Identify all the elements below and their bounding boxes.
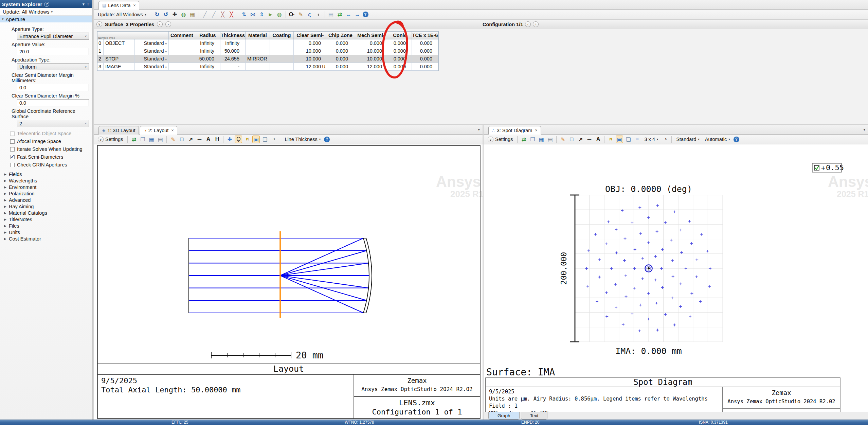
material-cell[interactable] xyxy=(246,47,270,55)
line-icon[interactable]: ─ xyxy=(585,136,593,143)
collapse-icon[interactable]: ▾ xyxy=(83,2,85,6)
column-header-coating[interactable]: Coating xyxy=(270,32,294,39)
insert-object-icon[interactable]: ╳ xyxy=(219,11,227,18)
column-header-clear-semi-dia[interactable]: Clear Semi-Dia xyxy=(294,32,327,39)
column-header-surface-type[interactable]: ◢Surface Type xyxy=(97,32,169,39)
mech-semi-dia-cell[interactable]: 10.000 xyxy=(354,47,388,55)
material-cell[interactable] xyxy=(246,39,270,47)
row-number[interactable]: 0 xyxy=(97,39,104,47)
row-number[interactable]: 1 xyxy=(97,47,104,55)
aperture-type-select[interactable]: Entrance Pupil Diameter˅ xyxy=(17,33,89,40)
height-icon[interactable]: H xyxy=(213,136,221,143)
thickness-cell[interactable]: -24.655 xyxy=(220,55,246,63)
copy-icon[interactable]: ❐ xyxy=(529,136,536,143)
lamp-icon[interactable]: ¤ xyxy=(607,136,614,143)
exchange-icon[interactable]: ⇄ xyxy=(336,11,344,18)
conic-oval-icon[interactable]: O· xyxy=(288,11,296,18)
insert-surface-icon[interactable]: ╱ xyxy=(201,11,209,18)
apodization-type-select[interactable]: Uniform˅ xyxy=(17,63,89,70)
notes-icon[interactable]: ▤ xyxy=(327,11,335,18)
fit-icon[interactable]: ▣ xyxy=(616,136,623,143)
sidebar-item-files[interactable]: ▶Files xyxy=(0,223,92,229)
sidebar-item-advanced[interactable]: ▶Advanced xyxy=(0,197,92,203)
sketch-icon[interactable]: ✎ xyxy=(297,11,305,18)
surface-name[interactable]: OBJECT xyxy=(104,39,135,47)
comment-cell[interactable] xyxy=(169,39,195,47)
material-cell[interactable] xyxy=(246,63,270,71)
refresh-icon[interactable]: ⇄ xyxy=(130,136,138,143)
thickness-cell[interactable]: 50.000 xyxy=(220,47,246,55)
rectangle-icon[interactable]: □ xyxy=(178,136,185,143)
next-surface-button[interactable]: › xyxy=(165,21,171,27)
refresh-icon[interactable]: ⇄ xyxy=(520,136,527,143)
delete-object-icon[interactable]: ╳ xyxy=(228,11,235,18)
coating-cell[interactable] xyxy=(270,47,294,55)
forward-icon[interactable]: → xyxy=(354,11,361,18)
print-icon[interactable]: ▤ xyxy=(157,136,164,143)
column-header-conic[interactable]: Conic xyxy=(388,32,412,39)
tce-cell[interactable]: 0.000 xyxy=(412,47,438,55)
clear-semi-dia-cell[interactable]: 12.000U xyxy=(294,63,327,71)
column-header-comment[interactable]: Comment xyxy=(169,32,195,39)
aperture-swap-icon[interactable]: ⇅ xyxy=(240,11,248,18)
radius-cell[interactable]: Infinity xyxy=(195,47,220,55)
radius-cell[interactable]: -50.000 xyxy=(195,55,220,63)
zoom-icon[interactable]: Ϙ xyxy=(235,136,242,143)
aperture-scale-icon[interactable]: ⇕ xyxy=(258,11,266,18)
material-cell[interactable]: MIRROR xyxy=(246,55,270,63)
close-icon[interactable]: × xyxy=(133,3,135,8)
chip-zone-cell[interactable]: 0.000 xyxy=(327,63,354,71)
sidebar-item-fields[interactable]: ▶Fields xyxy=(0,171,92,177)
arrow-icon[interactable]: ↗ xyxy=(187,136,194,143)
close-icon[interactable]: × xyxy=(171,128,174,133)
layout-canvas[interactable]: Ansys2025 R120 mmLayout9/5/2025Total Axi… xyxy=(94,144,483,420)
coating-cell[interactable] xyxy=(270,63,294,71)
next-config-button[interactable]: › xyxy=(533,21,539,27)
column-header-material[interactable]: Material xyxy=(246,32,270,39)
tab-3d-layout[interactable]: ◈ 1: 3D Layout xyxy=(98,126,139,135)
surface-type-cell[interactable]: Standard▾ xyxy=(135,63,169,71)
sidebar-item-wavelengths[interactable]: ▶Wavelengths xyxy=(0,177,92,184)
chip-zone-cell[interactable]: 0.000 xyxy=(327,47,354,55)
coating-cell[interactable] xyxy=(270,39,294,47)
tce-cell[interactable]: 0.000 xyxy=(412,39,438,47)
sidebar-update-dropdown[interactable]: Update: All Windows ▾ xyxy=(0,8,92,16)
tab-text[interactable]: Text xyxy=(521,412,548,420)
row-number[interactable]: 3 xyxy=(97,63,104,71)
clock-icon[interactable]: ◔ xyxy=(662,136,669,143)
radius-cell[interactable]: Infinity xyxy=(195,63,220,71)
layers-icon[interactable]: ≡ xyxy=(633,136,641,143)
global-ref-surface-select[interactable]: 2˅ xyxy=(17,120,89,127)
tab-spot-diagram[interactable]: ∴ 3: Spot Diagram × xyxy=(488,126,541,135)
tab-lens-data[interactable]: ▤ Lens Data × xyxy=(98,1,139,10)
lens-update-dropdown[interactable]: Update: All Windows ▾ xyxy=(96,11,148,18)
comment-cell[interactable] xyxy=(169,55,195,63)
thickness-cell[interactable]: - xyxy=(220,63,246,71)
sync-config-1-icon[interactable]: ↻ xyxy=(153,11,161,18)
surface-type-cell[interactable]: Standard▾ xyxy=(135,47,169,55)
column-header-tce-x-1e-6[interactable]: TCE x 1E-6 xyxy=(412,32,438,39)
text-icon[interactable]: A xyxy=(594,136,602,143)
sidebar-item-environment[interactable]: ▶Environment xyxy=(0,184,92,190)
coating-cell[interactable] xyxy=(270,55,294,63)
clear-semi-dia-cell[interactable]: 10.000 xyxy=(294,55,327,63)
comment-cell[interactable] xyxy=(169,63,195,71)
radius-cell[interactable]: Infinity xyxy=(195,39,220,47)
windows-icon[interactable]: ❏ xyxy=(261,136,269,143)
lamp-icon[interactable]: ¤ xyxy=(243,136,251,143)
close-icon[interactable]: × xyxy=(535,128,537,133)
mech-semi-dia-cell[interactable]: 10.000 xyxy=(354,55,388,63)
sidebar-item-units[interactable]: ▶Units xyxy=(0,229,92,235)
mech-semi-dia-cell[interactable]: 12.000 xyxy=(354,63,388,71)
tab-graph[interactable]: Graph xyxy=(488,412,520,420)
surface-name[interactable]: IMAGE xyxy=(104,63,135,71)
half-toggle-icon[interactable]: ◖ xyxy=(315,11,322,18)
checkbox-iterate-solves-when-updating[interactable]: Iterate Solves When Updating xyxy=(10,146,92,152)
save-icon[interactable]: ▦ xyxy=(148,136,155,143)
conic-cell[interactable]: 0.000 xyxy=(388,63,412,71)
tce-cell[interactable]: 0.000 xyxy=(412,63,438,71)
lens-data-table[interactable]: ◢Surface TypeCommentRadiusThicknessMater… xyxy=(97,31,439,71)
width-icon[interactable]: ↔ xyxy=(345,11,352,18)
spot-settings-button[interactable]: ∨Settings xyxy=(486,136,515,143)
windows-icon[interactable]: ❏ xyxy=(625,136,632,143)
